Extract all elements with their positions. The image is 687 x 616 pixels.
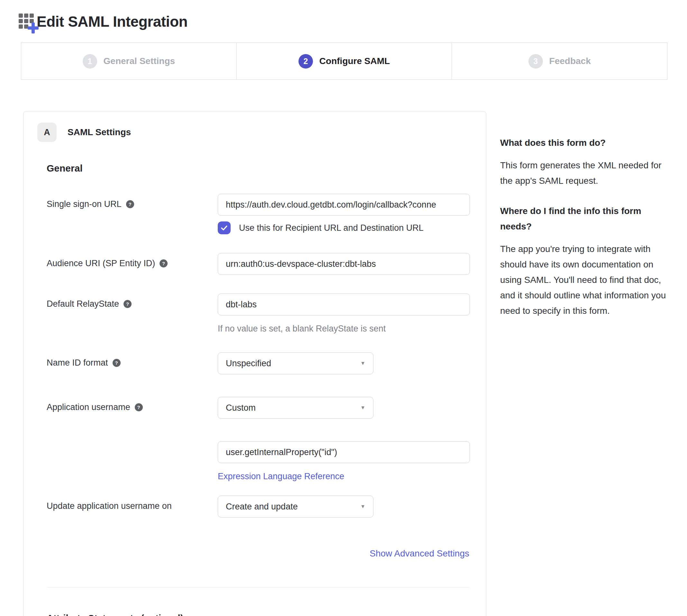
field-application-username: Application username ? Custom ▼ (47, 397, 469, 419)
sidebar-answer-1: This form generates the XML needed for t… (500, 158, 669, 189)
grid-plus-icon (19, 14, 35, 29)
field-label: Single sign-on URL (47, 199, 121, 210)
page-title: Edit SAML Integration (37, 13, 187, 30)
sidebar-question-1: What does this form do? (500, 135, 669, 151)
field-default-relaystate: Default RelayState ? If no value is set,… (47, 293, 469, 334)
chevron-down-icon: ▼ (360, 405, 365, 411)
select-value: Create and update (226, 502, 298, 512)
step-label: Feedback (549, 56, 591, 66)
audience-uri-input[interactable] (218, 253, 470, 275)
select-value: Unspecified (226, 358, 271, 369)
step-number-badge: 1 (83, 54, 97, 69)
checkmark-icon (220, 224, 228, 232)
field-custom-expression: Expression Language Reference (47, 441, 469, 482)
step-label: Configure SAML (319, 56, 390, 66)
saml-settings-card: A SAML Settings General Single sign-on U… (23, 111, 486, 616)
field-label: Audience URI (SP Entity ID) (47, 258, 155, 269)
wizard-step-configure-saml[interactable]: 2 Configure SAML (236, 43, 452, 80)
field-update-username-on: Update application username on Create an… (47, 496, 469, 518)
default-relaystate-input[interactable] (218, 293, 470, 315)
recipient-url-checkbox-row: Use this for Recipient URL and Destinati… (218, 221, 470, 234)
attribute-statements-header: Attribute Statements (optional) LEARN MO… (47, 613, 469, 616)
field-label: Update application username on (47, 501, 172, 512)
wizard-step-feedback[interactable]: 3 Feedback (452, 43, 667, 80)
question-mark-circle-icon[interactable]: ? (123, 300, 132, 308)
show-advanced-settings-link[interactable]: Show Advanced Settings (370, 548, 469, 558)
card-title: SAML Settings (68, 127, 131, 137)
step-label: General Settings (104, 56, 175, 66)
field-single-sign-on-url: Single sign-on URL ? Use this for Recipi… (47, 194, 469, 234)
card-header: A SAML Settings (37, 123, 469, 142)
field-label: Application username (47, 402, 130, 413)
section-badge: A (37, 123, 56, 142)
wizard-step-general-settings[interactable]: 1 General Settings (21, 43, 236, 80)
expression-language-reference-link[interactable]: Expression Language Reference (218, 471, 344, 482)
saml-form: Single sign-on URL ? Use this for Recipi… (47, 194, 469, 559)
wizard-steps: 1 General Settings 2 Configure SAML 3 Fe… (21, 43, 667, 80)
step-number-badge: 2 (298, 54, 313, 69)
checkbox-label: Use this for Recipient URL and Destinati… (239, 223, 423, 233)
recipient-url-checkbox[interactable] (218, 221, 231, 234)
help-sidebar: What does this form do? This form genera… (500, 111, 669, 318)
main-content: A SAML Settings General Single sign-on U… (0, 111, 687, 616)
attribute-statements-title: Attribute Statements (optional) (47, 613, 183, 616)
application-username-select[interactable]: Custom ▼ (218, 397, 373, 419)
field-name-id-format: Name ID format ? Unspecified ▼ (47, 352, 469, 374)
name-id-format-select[interactable]: Unspecified ▼ (218, 352, 373, 374)
question-mark-circle-icon[interactable]: ? (126, 200, 134, 208)
custom-expression-input[interactable] (218, 441, 470, 463)
single-sign-on-url-input[interactable] (218, 194, 470, 216)
advanced-settings-row: Show Advanced Settings (47, 548, 469, 559)
sidebar-answer-2: The app you're trying to integrate with … (500, 241, 669, 318)
select-value: Custom (226, 403, 256, 413)
question-mark-circle-icon[interactable]: ? (113, 359, 121, 367)
page-header: Edit SAML Integration (0, 0, 687, 30)
general-heading: General (47, 163, 469, 174)
relaystate-helper-text: If no value is set, a blank RelayState i… (218, 324, 470, 334)
question-mark-circle-icon[interactable]: ? (160, 259, 167, 267)
sidebar-question-2: Where do I find the info this form needs… (500, 203, 669, 234)
update-username-on-select[interactable]: Create and update ▼ (218, 496, 373, 518)
section-divider (47, 587, 469, 587)
chevron-down-icon: ▼ (360, 360, 365, 366)
field-label: Default RelayState (47, 298, 119, 310)
question-mark-circle-icon[interactable]: ? (135, 403, 143, 411)
chevron-down-icon: ▼ (360, 504, 365, 509)
field-label: Name ID format (47, 357, 108, 369)
step-number-badge: 3 (528, 54, 543, 69)
field-audience-uri: Audience URI (SP Entity ID) ? (47, 253, 469, 275)
